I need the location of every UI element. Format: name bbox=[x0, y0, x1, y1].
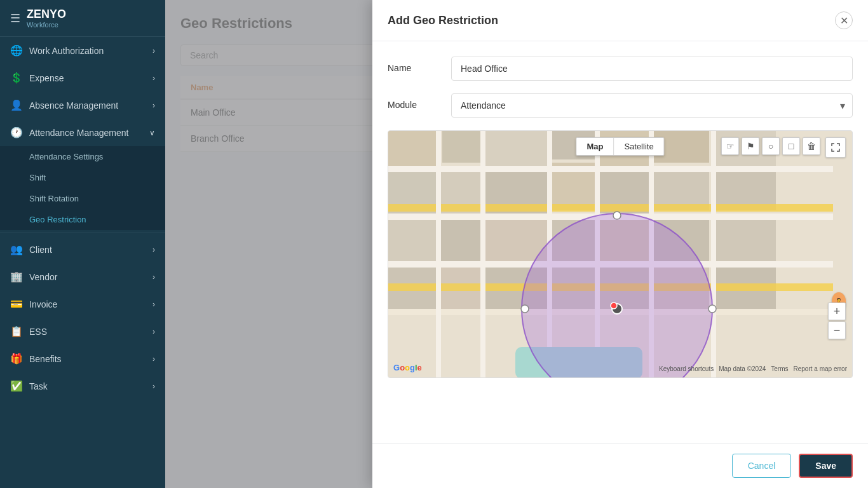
map-report-link[interactable]: Report a map error bbox=[794, 365, 847, 372]
module-select[interactable]: Attendance Leave Shift bbox=[451, 93, 853, 118]
attendance-icon: 🕐 bbox=[10, 126, 23, 139]
modal-body: Name Module Attendance Leave Shift ▾ bbox=[372, 41, 868, 443]
work-auth-icon: 🌐 bbox=[10, 44, 23, 57]
map-delete-tool[interactable]: 🗑 bbox=[803, 137, 820, 155]
sidebar-item-label: Client bbox=[29, 245, 146, 255]
logo-name: ZENYO bbox=[27, 8, 66, 21]
chevron-icon: › bbox=[153, 355, 155, 363]
map-tab-map[interactable]: Map bbox=[576, 138, 614, 155]
module-select-wrapper: Attendance Leave Shift ▾ bbox=[451, 93, 853, 118]
map-zoom-controls: + − bbox=[828, 302, 846, 339]
sidebar-item-expense[interactable]: 💲 Expense › bbox=[0, 64, 165, 92]
sidebar-item-label: Task bbox=[29, 381, 146, 391]
client-icon: 👥 bbox=[10, 243, 23, 255]
svg-point-43 bbox=[613, 212, 621, 219]
svg-rect-2 bbox=[442, 131, 480, 163]
svg-rect-15 bbox=[388, 220, 436, 264]
svg-rect-16 bbox=[439, 217, 480, 264]
map-zoom-out-button[interactable]: − bbox=[828, 322, 846, 339]
task-icon: ✅ bbox=[10, 380, 23, 392]
map-circle-tool[interactable]: ○ bbox=[762, 137, 780, 155]
nav-divider bbox=[0, 233, 165, 233]
map-zoom-in-button[interactable]: + bbox=[828, 302, 846, 320]
logo: ZENYO Workforce bbox=[27, 8, 66, 29]
map-square-tool[interactable]: □ bbox=[782, 137, 800, 155]
sidebar-item-geo-restriction[interactable]: Geo Restriction bbox=[0, 209, 165, 230]
map-marker-tool[interactable]: ⚑ bbox=[742, 137, 759, 155]
sidebar-item-absence-management[interactable]: 👤 Absence Management › bbox=[0, 92, 165, 119]
svg-point-46 bbox=[521, 305, 529, 313]
sidebar-item-vendor[interactable]: 🏢 Vendor › bbox=[0, 263, 165, 290]
map-terms-link[interactable]: Terms bbox=[771, 365, 788, 372]
svg-rect-36 bbox=[480, 131, 485, 377]
ess-icon: 📋 bbox=[10, 325, 23, 337]
google-logo: Google bbox=[393, 363, 422, 372]
map-tools: ☞ ⚑ ○ □ 🗑 bbox=[721, 137, 820, 155]
sidebar-item-label: Vendor bbox=[29, 272, 146, 282]
sidebar-item-label: Absence Management bbox=[29, 100, 146, 111]
chevron-icon: › bbox=[153, 327, 155, 336]
logo-sub: Workforce bbox=[27, 21, 66, 29]
chevron-icon: › bbox=[153, 300, 155, 309]
sidebar-item-label: ESS bbox=[29, 327, 146, 337]
chevron-icon: › bbox=[153, 46, 155, 55]
sidebar-item-label: Expense bbox=[29, 73, 146, 83]
map-footer: Keyboard shortcuts Keyboard shortcuts Ma… bbox=[659, 365, 847, 372]
module-form-group: Module Attendance Leave Shift ▾ bbox=[388, 93, 853, 118]
modal-header: Add Geo Restriction ✕ bbox=[372, 0, 868, 41]
svg-point-44 bbox=[709, 305, 716, 313]
sidebar-item-shift-rotation[interactable]: Shift Rotation bbox=[0, 188, 165, 209]
sidebar-item-task[interactable]: ✅ Task › bbox=[0, 372, 165, 400]
modal-footer: Cancel Save bbox=[372, 443, 868, 488]
attendance-sub-nav: Attendance Settings Shift Shift Rotation… bbox=[0, 146, 165, 230]
main-content: Geo Restrictions Name Mo... Main Office … bbox=[165, 0, 868, 488]
svg-rect-29 bbox=[388, 166, 833, 172]
map-cursor-tool[interactable]: ☞ bbox=[721, 137, 739, 155]
map-copyright: Map data ©2024 bbox=[719, 365, 766, 372]
chevron-down-icon: ∨ bbox=[149, 128, 155, 137]
add-geo-restriction-modal: Add Geo Restriction ✕ Name Module Attend… bbox=[372, 0, 868, 488]
close-modal-button[interactable]: ✕ bbox=[835, 11, 853, 29]
invoice-icon: 💳 bbox=[10, 298, 23, 310]
sidebar-item-label: Invoice bbox=[29, 299, 146, 309]
sidebar-item-label: Benefits bbox=[29, 354, 146, 364]
hamburger-icon[interactable]: ☰ bbox=[10, 11, 20, 25]
name-label: Name bbox=[388, 57, 438, 73]
map-tab-container: Map Satellite bbox=[576, 137, 664, 156]
sidebar-item-label: Attendance Management bbox=[29, 128, 143, 138]
svg-rect-17 bbox=[484, 217, 547, 261]
svg-rect-35 bbox=[436, 131, 441, 377]
svg-rect-3 bbox=[484, 131, 547, 166]
sidebar-item-invoice[interactable]: 💳 Invoice › bbox=[0, 290, 165, 318]
name-form-group: Name bbox=[388, 57, 853, 81]
svg-rect-13 bbox=[652, 166, 709, 210]
sidebar-item-attendance-management[interactable]: 🕐 Attendance Management ∨ bbox=[0, 119, 165, 146]
chevron-icon: › bbox=[153, 245, 155, 254]
cancel-button[interactable]: Cancel bbox=[732, 454, 792, 478]
chevron-icon: › bbox=[153, 101, 155, 110]
name-input[interactable] bbox=[451, 57, 853, 81]
svg-rect-40 bbox=[711, 131, 716, 377]
sidebar-item-ess[interactable]: 📋 ESS › bbox=[0, 318, 165, 345]
modal-title: Add Geo Restriction bbox=[388, 14, 498, 27]
sidebar-item-work-authorization[interactable]: 🌐 Work Authorization › bbox=[0, 37, 165, 64]
benefits-icon: 🎁 bbox=[10, 353, 23, 365]
map-fullscreen-button[interactable] bbox=[825, 137, 846, 158]
modal-overlay: Add Geo Restriction ✕ Name Module Attend… bbox=[165, 0, 868, 488]
map-toolbar: Map Satellite bbox=[576, 137, 664, 156]
chevron-icon: › bbox=[153, 74, 155, 83]
chevron-icon: › bbox=[153, 273, 155, 281]
module-label: Module bbox=[388, 93, 438, 110]
sidebar-item-shift[interactable]: Shift bbox=[0, 167, 165, 188]
sidebar-item-attendance-settings[interactable]: Attendance Settings bbox=[0, 146, 165, 167]
sidebar-item-client[interactable]: 👥 Client › bbox=[0, 236, 165, 263]
chevron-icon: › bbox=[153, 382, 155, 391]
map-keyboard-shortcuts[interactable]: Keyboard shortcuts bbox=[659, 365, 714, 372]
sidebar-item-label: Work Authorization bbox=[29, 46, 146, 56]
svg-rect-33 bbox=[388, 204, 833, 212]
map-container[interactable]: Map Satellite ☞ ⚑ ○ □ 🗑 bbox=[388, 130, 853, 378]
sidebar-header: ☰ ZENYO Workforce bbox=[0, 0, 165, 37]
sidebar-item-benefits[interactable]: 🎁 Benefits › bbox=[0, 345, 165, 372]
save-button[interactable]: Save bbox=[799, 454, 853, 478]
map-tab-satellite[interactable]: Satellite bbox=[614, 138, 663, 155]
